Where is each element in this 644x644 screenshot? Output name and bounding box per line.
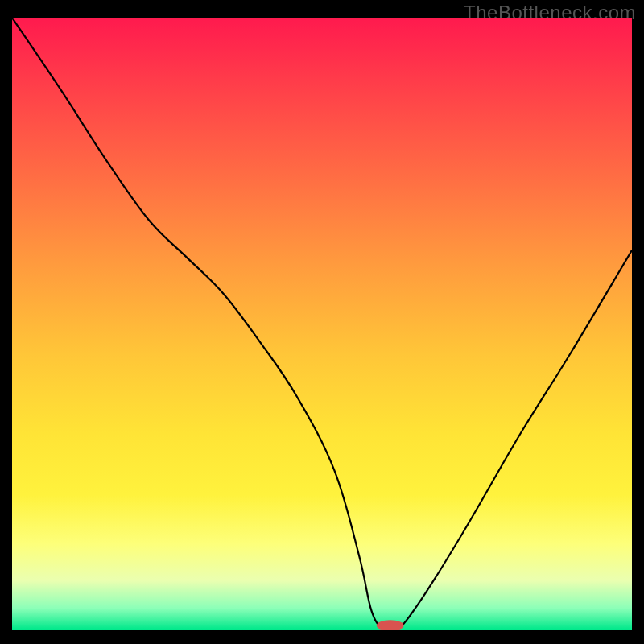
plot-area xyxy=(12,18,632,630)
gradient-background xyxy=(12,18,632,630)
chart-frame: TheBottleneck.com xyxy=(0,0,644,644)
bottleneck-chart xyxy=(12,18,632,630)
